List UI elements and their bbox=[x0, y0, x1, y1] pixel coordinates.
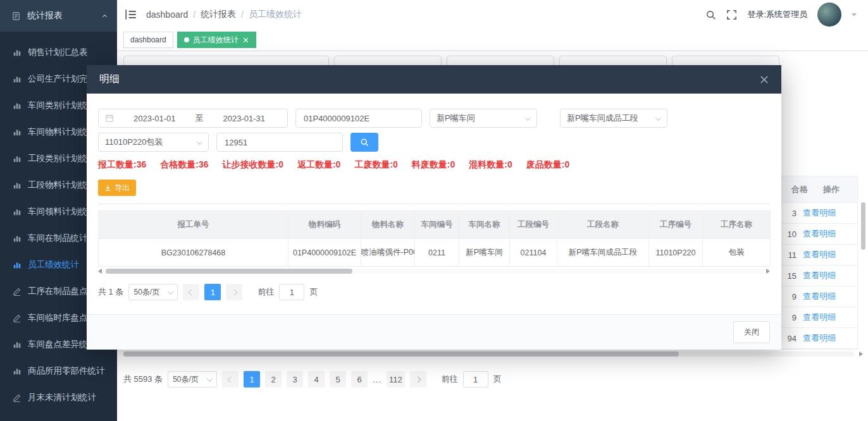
col-report-no: 报工单号 bbox=[99, 211, 288, 239]
breadcrumb-separator: / bbox=[193, 9, 195, 20]
prev-page-button[interactable] bbox=[222, 371, 239, 387]
scroll-right-arrow-icon[interactable] bbox=[859, 351, 863, 357]
breadcrumb-dashboard[interactable]: dashboard bbox=[146, 9, 188, 20]
stat-material-scrap-qty: 料废数量:0 bbox=[412, 159, 455, 171]
login-user-label: 登录:系统管理员 bbox=[747, 9, 807, 20]
workshop-select-value: 新P嘴车间 bbox=[437, 113, 475, 124]
view-detail-link[interactable]: 查看明细 bbox=[803, 270, 836, 281]
bar-chart-icon bbox=[13, 234, 22, 243]
goto-page-input[interactable] bbox=[463, 371, 488, 387]
view-detail-link[interactable]: 查看明细 bbox=[803, 228, 836, 240]
horizontal-scrollbar[interactable] bbox=[123, 351, 854, 357]
close-icon[interactable] bbox=[242, 37, 249, 44]
modal-header: 明细 bbox=[87, 65, 781, 94]
close-icon[interactable] bbox=[760, 75, 769, 84]
export-label: 导出 bbox=[115, 183, 130, 193]
modal-filter-row-1: 2023-01-01 至 2023-01-31 新P嘴车间 新P嘴车间成品工段 bbox=[98, 109, 770, 128]
chevron-up-icon bbox=[101, 13, 108, 20]
breadcrumb: dashboard / 统计报表 / 员工绩效统计 bbox=[146, 9, 302, 20]
search-button[interactable] bbox=[350, 133, 378, 152]
fullscreen-icon[interactable] bbox=[726, 9, 737, 20]
sidebar-item-label: 车间临时库盘点 bbox=[28, 312, 88, 324]
modal-horizontal-scrollbar[interactable] bbox=[98, 269, 770, 274]
page-button-1[interactable]: 1 bbox=[244, 371, 260, 387]
sidebar-item-label: 工段物料计划统计 bbox=[28, 180, 96, 191]
scroll-right-arrow-icon[interactable] bbox=[766, 269, 770, 274]
cell-material-name: 喷油嘴偶件-P009 bbox=[361, 239, 415, 267]
sidebar-menu-statistics-reports[interactable]: 统计报表 bbox=[0, 0, 117, 32]
sidebar-item-product-parts-stats[interactable]: 商品所用零部件统计 bbox=[0, 358, 117, 384]
col-section-name: 工段名称 bbox=[557, 211, 649, 239]
detail-table: 报工单号 物料编码 物料名称 车间编号 车间名称 工段编号 工段名称 工序编号 … bbox=[98, 210, 771, 267]
scroll-left-arrow-icon[interactable] bbox=[98, 269, 102, 274]
bar-chart-icon bbox=[13, 128, 22, 137]
process-select[interactable]: 11010P220包装 bbox=[98, 133, 209, 152]
chevron-left-icon bbox=[227, 376, 233, 382]
next-page-button[interactable] bbox=[226, 284, 242, 300]
scrollbar-thumb[interactable] bbox=[106, 269, 352, 274]
page-button-last[interactable]: 112 bbox=[387, 371, 405, 387]
prev-page-button[interactable] bbox=[183, 284, 199, 300]
page-button-3[interactable]: 3 bbox=[287, 371, 303, 387]
detail-table-row[interactable]: BG230106278468 01P4000009102E 喷油嘴偶件-P009… bbox=[99, 239, 771, 267]
view-detail-link[interactable]: 查看明细 bbox=[803, 312, 836, 323]
stat-qualified-qty: 合格数量:36 bbox=[160, 159, 208, 171]
tab-dashboard[interactable]: dashboard bbox=[123, 32, 173, 48]
page-size-select[interactable]: 50条/页 bbox=[168, 371, 217, 387]
scrollbar-thumb[interactable] bbox=[123, 351, 679, 357]
close-modal-button[interactable]: 关闭 bbox=[733, 321, 770, 343]
col-material-name: 物料名称 bbox=[361, 211, 415, 239]
search-icon[interactable] bbox=[705, 9, 716, 20]
date-range-picker[interactable]: 2023-01-01 至 2023-01-31 bbox=[98, 109, 288, 128]
chevron-down-icon bbox=[207, 375, 213, 382]
tab-employee-performance[interactable]: 员工绩效统计 bbox=[177, 32, 256, 48]
pagination-ellipsis[interactable]: ... bbox=[373, 375, 381, 384]
sidebar-item-month-end-open-plan[interactable]: 月末未清计划统计 bbox=[0, 384, 117, 411]
page-button-6[interactable]: 6 bbox=[351, 371, 368, 387]
goto-page-input[interactable] bbox=[279, 284, 304, 300]
sidebar-item-label: 车间盘点差异统计 bbox=[28, 339, 96, 350]
view-detail-link[interactable]: 查看明细 bbox=[803, 207, 836, 219]
date-end-value[interactable]: 2023-01-31 bbox=[208, 114, 282, 123]
section-select[interactable]: 新P嘴车间成品工段 bbox=[560, 109, 667, 128]
bar-chart-icon bbox=[13, 48, 22, 57]
page-button-1[interactable]: 1 bbox=[204, 284, 221, 300]
stat-concession-qty: 让步接收数量:0 bbox=[222, 159, 283, 171]
view-detail-link[interactable]: 查看明细 bbox=[803, 333, 836, 344]
sidebar-item-label: 商品所用零部件统计 bbox=[28, 365, 105, 377]
page-size-select[interactable]: 50条/页 bbox=[128, 284, 178, 300]
col-process-no: 工序编号 bbox=[649, 211, 703, 239]
workshop-select[interactable]: 新P嘴车间 bbox=[430, 109, 537, 128]
view-detail-link[interactable]: 查看明细 bbox=[803, 291, 836, 302]
page-button-2[interactable]: 2 bbox=[265, 371, 282, 387]
sidebar-item-sales-plan-summary[interactable]: 销售计划汇总表 bbox=[0, 39, 117, 66]
search-icon bbox=[360, 138, 369, 147]
material-code-input[interactable] bbox=[295, 109, 422, 128]
cell-workshop-no: 0211 bbox=[415, 239, 459, 267]
col-material-code: 物料编码 bbox=[288, 211, 361, 239]
process-select-value: 11010P220包装 bbox=[105, 137, 163, 148]
cell-process-name: 包装 bbox=[703, 239, 771, 267]
hamburger-menu-icon[interactable] bbox=[125, 8, 137, 21]
caret-down-icon[interactable] bbox=[852, 13, 857, 16]
chevron-down-icon bbox=[168, 288, 174, 295]
page-size-value: 50条/页 bbox=[173, 374, 199, 385]
date-start-value[interactable]: 2023-01-01 bbox=[118, 114, 192, 123]
page-button-5[interactable]: 5 bbox=[330, 371, 346, 387]
section-select-value: 新P嘴车间成品工段 bbox=[567, 113, 638, 124]
total-count: 共 1 条 bbox=[98, 286, 123, 298]
download-icon bbox=[104, 185, 111, 192]
scrollbar-thumb[interactable] bbox=[861, 202, 865, 250]
edit-icon bbox=[13, 393, 22, 402]
breadcrumb-statistics[interactable]: 统计报表 bbox=[201, 9, 236, 20]
report-number-input[interactable] bbox=[216, 133, 343, 152]
avatar[interactable] bbox=[817, 3, 841, 27]
page-button-4[interactable]: 4 bbox=[308, 371, 325, 387]
view-detail-link[interactable]: 查看明细 bbox=[803, 249, 836, 260]
cell-section-no: 021104 bbox=[510, 239, 557, 267]
next-page-button[interactable] bbox=[410, 371, 426, 387]
modal-pagination: 共 1 条 50条/页 1 前往 页 bbox=[98, 284, 770, 300]
export-button[interactable]: 导出 bbox=[98, 180, 136, 196]
tab-label: 员工绩效统计 bbox=[193, 35, 239, 46]
cell-material-code: 01P4000009102E bbox=[288, 239, 361, 267]
